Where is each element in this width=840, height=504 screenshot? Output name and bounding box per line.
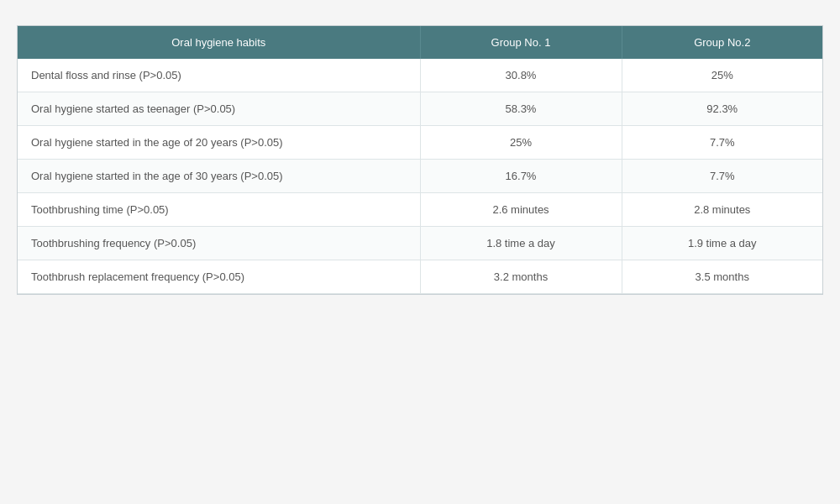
cell-group2: 92.3% bbox=[622, 92, 822, 126]
cell-habit: Toothbrushing time (P>0.05) bbox=[18, 193, 420, 227]
cell-habit: Oral hygiene started in the age of 20 ye… bbox=[18, 126, 420, 160]
cell-group2: 3.5 months bbox=[622, 260, 822, 294]
table-row: Oral hygiene started in the age of 30 ye… bbox=[18, 160, 822, 193]
cell-habit: Dental floss and rinse (P>0.05) bbox=[18, 59, 420, 92]
cell-group1: 30.8% bbox=[420, 59, 622, 92]
table-row: Oral hygiene started in the age of 20 ye… bbox=[18, 126, 822, 160]
cell-habit: Oral hygiene started in the age of 30 ye… bbox=[18, 160, 420, 193]
cell-group1: 3.2 months bbox=[420, 260, 622, 294]
cell-habit: Toothbrushing frequency (P>0.05) bbox=[18, 227, 420, 260]
cell-group2: 2.8 minutes bbox=[622, 193, 822, 227]
col-header-group2: Group No.2 bbox=[622, 26, 822, 59]
cell-group2: 7.7% bbox=[622, 160, 822, 193]
main-table-wrapper: Oral hygiene habits Group No. 1 Group No… bbox=[17, 25, 823, 295]
table-row: Dental floss and rinse (P>0.05)30.8%25% bbox=[18, 59, 822, 92]
cell-group2: 25% bbox=[622, 59, 822, 92]
cell-group1: 25% bbox=[420, 126, 622, 160]
cell-group1: 1.8 time a day bbox=[420, 227, 622, 260]
cell-group2: 7.7% bbox=[622, 126, 822, 160]
cell-habit: Toothbrush replacement frequency (P>0.05… bbox=[18, 260, 420, 294]
oral-hygiene-table: Oral hygiene habits Group No. 1 Group No… bbox=[18, 26, 822, 294]
cell-group1: 16.7% bbox=[420, 160, 622, 193]
cell-group1: 58.3% bbox=[420, 92, 622, 126]
table-row: Toothbrush replacement frequency (P>0.05… bbox=[18, 260, 822, 294]
col-header-group1: Group No. 1 bbox=[420, 26, 622, 59]
col-header-habits: Oral hygiene habits bbox=[18, 26, 420, 59]
cell-group2: 1.9 time a day bbox=[622, 227, 822, 260]
table-header-row: Oral hygiene habits Group No. 1 Group No… bbox=[18, 26, 822, 59]
table-row: Toothbrushing frequency (P>0.05)1.8 time… bbox=[18, 227, 822, 260]
cell-group1: 2.6 minutes bbox=[420, 193, 622, 227]
cell-habit: Oral hygiene started as teenager (P>0.05… bbox=[18, 92, 420, 126]
table-row: Oral hygiene started as teenager (P>0.05… bbox=[18, 92, 822, 126]
table-row: Toothbrushing time (P>0.05)2.6 minutes2.… bbox=[18, 193, 822, 227]
